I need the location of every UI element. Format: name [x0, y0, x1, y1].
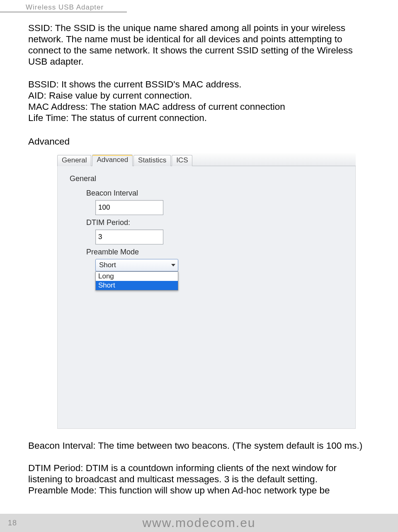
dropdown-option-long[interactable]: Long [96, 272, 178, 281]
paragraph-mac: MAC Address: The station MAC address of … [28, 101, 373, 112]
paragraph-dtim-period: DTIM Period: DTIM is a countdown informi… [28, 462, 373, 485]
label-beacon-interval: Beacon Interval [86, 189, 343, 198]
dropdown-preamble-button[interactable]: Short [95, 259, 178, 271]
tab-general[interactable]: General [57, 155, 91, 166]
field-preamble-mode: Preamble Mode Short Long Short [86, 248, 343, 290]
group-title-general: General [70, 174, 343, 183]
field-dtim-period: DTIM Period: [86, 218, 343, 244]
paragraph-beacon-interval: Beacon Interval: The time between two be… [28, 440, 373, 451]
dropdown-selected-text: Short [99, 261, 116, 269]
page-number: 18 [0, 519, 25, 527]
tab-ics[interactable]: ICS [172, 155, 192, 166]
settings-panel: General Advanced Statistics ICS General … [57, 153, 356, 429]
label-dtim-period: DTIM Period: [86, 218, 343, 227]
input-beacon-interval[interactable] [95, 200, 163, 215]
dropdown-preamble: Short Long Short [95, 259, 178, 290]
heading-advanced: Advanced [28, 136, 373, 147]
input-dtim-period[interactable] [95, 230, 163, 244]
paragraph-preamble-mode: Preamble Mode: This function will show u… [28, 485, 373, 496]
tab-statistics[interactable]: Statistics [133, 155, 171, 166]
dropdown-preamble-list: Long Short [95, 271, 178, 290]
footer: 18 www.modecom.eu [0, 514, 398, 532]
field-beacon-interval: Beacon Interval [86, 189, 343, 215]
label-preamble-mode: Preamble Mode [86, 248, 343, 256]
panel-body: General Beacon Interval DTIM Period: Pre… [57, 166, 356, 302]
dropdown-option-short[interactable]: Short [96, 281, 178, 290]
paragraph-lifetime: Life Time: The status of current connect… [28, 112, 373, 123]
header-title: Wireless USB Adapter [26, 3, 104, 12]
chevron-down-icon [171, 264, 175, 266]
paragraph-ssid: SSID: The SSID is the unique name shared… [28, 22, 373, 67]
header-rule [0, 12, 127, 12]
tab-advanced[interactable]: Advanced [92, 155, 133, 166]
paragraph-bssid: BSSID: It shows the current BSSID's MAC … [28, 79, 373, 90]
paragraph-aid: AID: Raise value by current connection. [28, 90, 373, 101]
footer-url: www.modecom.eu [25, 516, 398, 530]
tab-bar: General Advanced Statistics ICS [57, 153, 356, 166]
